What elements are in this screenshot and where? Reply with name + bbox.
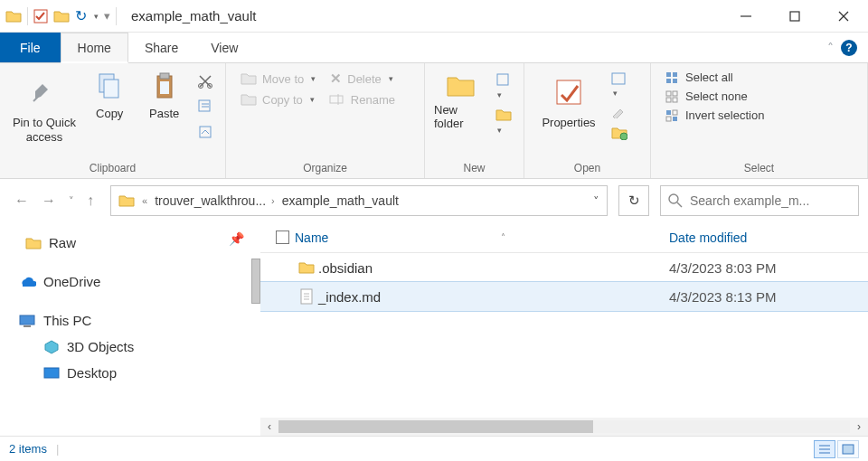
- svg-rect-34: [24, 325, 31, 327]
- search-box[interactable]: [660, 185, 859, 216]
- paste-shortcut-icon[interactable]: [194, 121, 216, 143]
- recent-locations-button[interactable]: ˅: [69, 195, 74, 207]
- copypath-icon[interactable]: [194, 96, 216, 118]
- breadcrumb-seg-2[interactable]: example_math_vault: [282, 193, 399, 208]
- svg-rect-16: [557, 80, 580, 104]
- svg-rect-13: [330, 96, 343, 103]
- thumbnails-view-toggle[interactable]: [837, 440, 859, 458]
- svg-rect-7: [160, 73, 169, 79]
- select-all-checkbox[interactable]: [276, 230, 289, 244]
- breadcrumb-seg-1[interactable]: trouver_walkthrou...›: [155, 193, 275, 208]
- svg-rect-30: [673, 117, 677, 121]
- clipboard-group-label: Clipboard: [9, 160, 216, 176]
- collapse-ribbon-icon[interactable]: ˄: [827, 41, 834, 55]
- file-icon: [295, 288, 318, 305]
- svg-rect-21: [666, 79, 671, 83]
- up-button[interactable]: ↑: [87, 193, 94, 209]
- newfolder-icon: [446, 72, 476, 99]
- open-group-label: Open: [533, 160, 641, 176]
- back-button[interactable]: ←: [14, 193, 29, 209]
- window-title: example_math_vault: [131, 8, 256, 24]
- qat-check-icon[interactable]: [33, 9, 48, 24]
- open-icon[interactable]: ▾: [609, 71, 629, 100]
- select-none-button[interactable]: Select none: [660, 88, 753, 105]
- paste-icon: [151, 72, 178, 103]
- folder-row[interactable]: .obsidian4/3/2023 8:03 PM: [260, 253, 868, 282]
- forward-button[interactable]: →: [42, 193, 56, 209]
- edit-icon[interactable]: [609, 104, 629, 120]
- rename-button[interactable]: Rename: [324, 90, 401, 108]
- splitter[interactable]: [253, 222, 260, 436]
- new-group-label: New: [434, 160, 514, 176]
- file-tab[interactable]: File: [0, 33, 61, 62]
- nav-desktop[interactable]: Desktop: [0, 360, 253, 386]
- item-name: _index.md: [318, 289, 669, 305]
- breadcrumb[interactable]: « trouver_walkthrou...› example_math_vau…: [110, 185, 608, 216]
- pin-pane-icon[interactable]: 📌: [229, 231, 244, 246]
- column-name[interactable]: Name ˄: [295, 230, 669, 245]
- cut-icon[interactable]: [194, 71, 216, 92]
- nav-raw[interactable]: Raw: [0, 230, 253, 256]
- close-button[interactable]: [819, 0, 868, 33]
- qat-redo-icon[interactable]: ↻: [75, 7, 87, 24]
- properties-button[interactable]: Properties: [533, 69, 604, 130]
- svg-rect-27: [666, 110, 671, 115]
- minimize-button[interactable]: [722, 0, 770, 33]
- nav-onedrive[interactable]: OneDrive: [0, 268, 253, 295]
- refresh-button[interactable]: ↻: [618, 185, 649, 216]
- svg-rect-24: [673, 91, 677, 96]
- svg-rect-23: [666, 91, 671, 96]
- svg-line-32: [677, 202, 682, 207]
- delete-button[interactable]: ✕ Delete▾: [325, 69, 399, 89]
- search-input[interactable]: [690, 193, 851, 208]
- copy-button[interactable]: Copy: [85, 69, 135, 120]
- horizontal-scrollbar[interactable]: ‹ ›: [260, 418, 868, 436]
- copy-icon: [96, 72, 123, 103]
- organize-group-label: Organize: [235, 160, 415, 176]
- svg-rect-19: [666, 72, 671, 77]
- breadcrumb-dropdown[interactable]: ˅: [593, 194, 599, 208]
- svg-rect-33: [20, 315, 34, 325]
- nav-3dobjects[interactable]: 3D Objects: [0, 334, 253, 360]
- select-group-label: Select: [660, 160, 858, 176]
- history-icon[interactable]: [609, 124, 629, 142]
- invert-selection-button[interactable]: Invert selection: [660, 107, 769, 124]
- easy-access-icon[interactable]: ▾: [494, 106, 514, 137]
- help-icon[interactable]: ?: [841, 40, 857, 56]
- qat-folder-icon[interactable]: [53, 9, 70, 24]
- svg-point-18: [620, 133, 627, 140]
- svg-rect-35: [44, 368, 59, 378]
- svg-rect-8: [160, 81, 169, 94]
- file-row[interactable]: _index.md4/3/2023 8:13 PM: [260, 282, 868, 311]
- details-view-toggle[interactable]: [814, 440, 835, 458]
- svg-rect-2: [790, 12, 799, 21]
- pin-icon: [31, 72, 58, 112]
- share-tab[interactable]: Share: [128, 33, 194, 62]
- pin-quick-access-button[interactable]: Pin to Quick access: [9, 69, 80, 144]
- moveto-button[interactable]: Move to▾: [235, 69, 321, 89]
- svg-rect-12: [200, 127, 211, 137]
- svg-point-31: [669, 194, 678, 203]
- new-item-icon[interactable]: ▾: [494, 71, 514, 102]
- maximize-button[interactable]: [770, 0, 819, 33]
- home-tab[interactable]: Home: [61, 33, 128, 63]
- select-all-button[interactable]: Select all: [660, 69, 739, 86]
- svg-rect-28: [673, 110, 677, 115]
- folder-icon: [5, 9, 22, 24]
- svg-rect-20: [673, 72, 677, 77]
- column-date[interactable]: Date modified: [669, 230, 868, 245]
- item-name: .obsidian: [318, 260, 669, 276]
- breadcrumb-folder-icon: [118, 193, 135, 208]
- svg-rect-26: [673, 98, 677, 102]
- paste-button[interactable]: Paste: [139, 69, 189, 120]
- copyto-button[interactable]: Copy to▾: [235, 90, 320, 108]
- status-count: 2 items: [9, 442, 47, 456]
- item-date: 4/3/2023 8:03 PM: [669, 260, 868, 276]
- qat-overflow-icon[interactable]: ▾: [104, 9, 110, 23]
- new-folder-button[interactable]: New folder: [434, 69, 488, 130]
- nav-thispc[interactable]: This PC: [0, 307, 253, 334]
- view-tab[interactable]: View: [194, 33, 254, 62]
- svg-rect-29: [666, 117, 671, 121]
- svg-rect-15: [497, 74, 508, 85]
- svg-rect-22: [673, 79, 677, 83]
